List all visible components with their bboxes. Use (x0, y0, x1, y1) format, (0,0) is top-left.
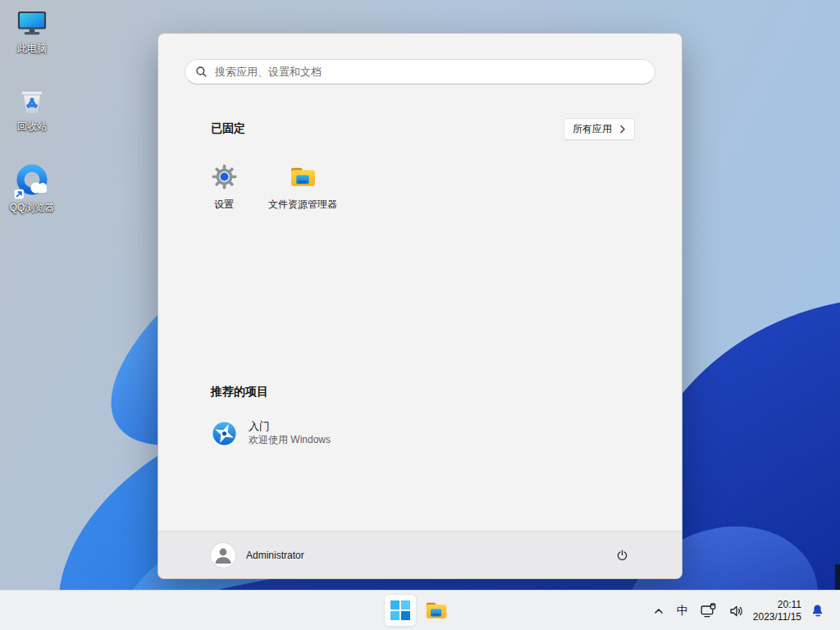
tray-volume-button[interactable] (725, 595, 748, 628)
this-pc-icon (15, 7, 49, 41)
settings-gear-icon (211, 163, 238, 190)
taskbar-file-explorer-button[interactable] (420, 594, 453, 627)
chevron-up-icon (652, 605, 665, 618)
user-account-button[interactable]: Administrator (211, 543, 304, 568)
tray-ime-indicator[interactable]: 中 (673, 595, 692, 628)
desktop-icon-qq-browser[interactable]: QQ浏览器 (0, 162, 64, 213)
start-button[interactable] (384, 594, 417, 627)
recycle-bin-icon (15, 84, 49, 119)
network-ethernet-icon (700, 602, 717, 619)
taskbar: 中 20:11 2023/11/15 (0, 590, 840, 630)
recommended-section-header: 推荐的项目 (211, 385, 268, 399)
chevron-right-icon (619, 125, 626, 134)
get-started-icon (211, 420, 238, 447)
clock-date: 2023/11/15 (753, 611, 801, 623)
ime-language-label: 中 (677, 604, 688, 619)
recommended-item-get-started[interactable]: 入门 欢迎使用 Windows (198, 409, 460, 457)
power-icon (615, 548, 629, 562)
power-button[interactable] (608, 541, 636, 569)
pinned-app-label: 设置 (214, 198, 234, 212)
tray-show-hidden-icons-button[interactable] (649, 595, 669, 628)
speaker-icon (728, 603, 745, 619)
all-apps-label: 所有应用 (573, 122, 612, 136)
search-input[interactable] (215, 66, 645, 78)
windows-logo-icon (390, 600, 410, 620)
user-name-label: Administrator (246, 550, 304, 561)
recommended-item-title: 入门 (249, 420, 331, 433)
user-avatar (211, 543, 235, 568)
desktop-icon-label: 此电脑 (0, 43, 64, 54)
desktop-icon-label: QQ浏览器 (0, 202, 64, 213)
qq-browser-icon (13, 162, 51, 200)
start-menu: 已固定 所有应用 (158, 33, 682, 579)
search-icon (195, 66, 208, 78)
tray-clock[interactable]: 20:11 2023/11/15 (753, 599, 801, 623)
start-search-box[interactable] (185, 59, 655, 84)
pinned-apps-grid: 设置 文件资源管理器 (185, 153, 342, 222)
clock-time: 20:11 (753, 599, 801, 611)
desktop-icon-this-pc[interactable]: 此电脑 (0, 7, 64, 54)
tray-network-button[interactable] (696, 595, 720, 628)
file-explorer-icon (290, 163, 317, 190)
desktop-icon-label: 回收站 (0, 121, 64, 132)
all-apps-button[interactable]: 所有应用 (564, 118, 635, 140)
pinned-app-label: 文件资源管理器 (268, 198, 337, 212)
file-explorer-icon (425, 599, 448, 622)
tray-notifications-button[interactable] (806, 595, 829, 628)
pinned-section-header: 已固定 (211, 121, 245, 136)
pinned-app-file-explorer[interactable]: 文件资源管理器 (263, 153, 342, 222)
recommended-item-subtitle: 欢迎使用 Windows (249, 434, 331, 446)
start-menu-user-bar: Administrator (158, 531, 682, 578)
desktop-icon-recycle-bin[interactable]: 回收站 (0, 84, 64, 132)
pinned-app-settings[interactable]: 设置 (185, 153, 263, 222)
notification-bell-icon (810, 603, 825, 619)
